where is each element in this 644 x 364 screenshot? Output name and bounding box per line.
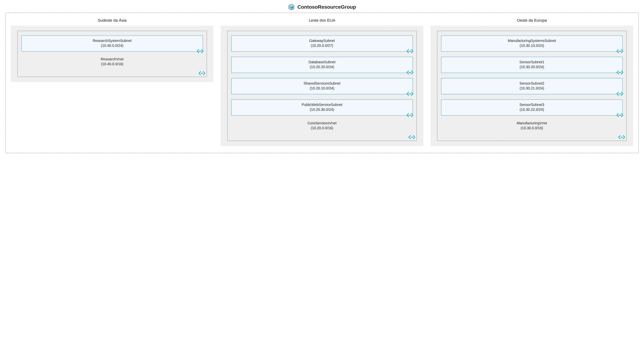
subnet-box: PublicWebServiceSubnet (10.20.30.0/24) xyxy=(231,99,413,116)
subnet-name: ManufacturingSystemsSubnet xyxy=(508,39,556,43)
subnet-icon xyxy=(616,113,624,117)
vnet-name: CoreServicesVnet xyxy=(308,121,336,125)
subnet-address: (10.20.30.0/24) xyxy=(234,107,410,112)
region-east-us: Leste dos EUA GatewaySubnet (10.20.0.0/2… xyxy=(221,17,423,146)
vnet-address: (10.30.0.0/16) xyxy=(441,126,623,130)
region-southeast-asia: Sudeste da Ásia ResearchSystemSubnet (10… xyxy=(11,17,214,82)
region-west-europe: Oeste da Europa ManufacturingSystemsSubn… xyxy=(430,17,633,146)
subnet-icon xyxy=(406,70,414,75)
subnet-address: (10.20.0.0/27) xyxy=(234,43,410,48)
subnet-icon xyxy=(616,91,624,96)
vnet-manufacturing: ManufacturingSystemsSubnet (10.30.10.0/2… xyxy=(437,31,627,141)
subnet-icon xyxy=(406,91,414,96)
region-title: Sudeste da Ásia xyxy=(11,18,214,23)
subnet-name: SensorSubnet3 xyxy=(520,103,544,107)
resource-group-icon xyxy=(288,4,295,11)
subnet-address: (10.20.20.0/24) xyxy=(234,65,410,69)
subnet-box: GatewaySubnet (10.20.0.0/27) xyxy=(231,36,413,52)
resource-group-title: ContosoResourceGroup xyxy=(297,4,356,10)
vnet-icon xyxy=(408,135,416,139)
subnet-box: SensorSubnet1 (10.30.20.0/24) xyxy=(441,57,623,73)
region-body: ManufacturingSystemsSubnet (10.30.10.0/2… xyxy=(430,26,633,146)
vnet-address: (10.40.0.0/16) xyxy=(21,62,203,67)
vnet-label: CoreServicesVnet (10.20.0.0/16) xyxy=(231,121,413,130)
vnet-icon xyxy=(618,135,625,139)
resource-group-box: Sudeste da Ásia ResearchSystemSubnet (10… xyxy=(6,13,638,153)
resource-group-header: ContosoResourceGroup xyxy=(6,4,638,11)
subnet-name: SensorSubnet1 xyxy=(520,60,544,64)
vnet-name: ResearchVnet xyxy=(101,57,124,61)
region-body: GatewaySubnet (10.20.0.0/27) DatabaseSub… xyxy=(221,26,423,146)
vnet-research: ResearchSystemSubnet (10.40.0.0/24) Rese… xyxy=(17,31,207,77)
subnet-address: (10.40.0.0/24) xyxy=(24,43,200,48)
subnet-box: ResearchSystemSubnet (10.40.0.0/24) xyxy=(21,36,203,52)
subnet-box: SharedServicesSubnet (10.20.10.0/24) xyxy=(231,78,413,94)
region-title: Leste dos EUA xyxy=(221,18,423,23)
subnet-address: (10.30.20.0/24) xyxy=(444,65,620,69)
subnet-name: PublicWebServiceSubnet xyxy=(302,103,342,107)
subnet-box: SensorSubnet3 (10.30.22.0/24) xyxy=(441,99,623,116)
region-title: Oeste da Europa xyxy=(430,18,633,23)
subnet-name: GatewaySubnet xyxy=(309,39,335,43)
subnet-name: SensorSubnet2 xyxy=(520,81,544,85)
subnet-address: (10.30.22.0/24) xyxy=(444,107,620,112)
subnet-name: ResearchSystemSubnet xyxy=(93,39,132,43)
subnet-address: (10.20.10.0/24) xyxy=(234,86,410,91)
subnet-icon xyxy=(406,113,414,117)
region-body: ResearchSystemSubnet (10.40.0.0/24) Rese… xyxy=(11,26,214,82)
vnet-coreservices: GatewaySubnet (10.20.0.0/27) DatabaseSub… xyxy=(227,31,417,141)
subnet-icon xyxy=(616,49,624,54)
subnet-icon xyxy=(406,49,414,54)
subnet-box: ManufacturingSystemsSubnet (10.30.10.0/2… xyxy=(441,36,623,52)
vnet-label: ResearchVnet (10.40.0.0/16) xyxy=(21,57,203,67)
subnet-box: SensorSubnet2 (10.30.21.0/24) xyxy=(441,78,623,94)
vnet-label: ManufacturingVnet (10.30.0.0/16) xyxy=(441,121,623,130)
subnet-name: DatabaseSubnet xyxy=(308,60,336,64)
subnet-icon xyxy=(196,49,204,54)
subnet-name: SharedServicesSubnet xyxy=(304,81,340,85)
subnet-icon xyxy=(616,70,624,75)
subnet-box: DatabaseSubnet (10.20.20.0/24) xyxy=(231,57,413,73)
subnet-address: (10.30.10.0/24) xyxy=(444,43,620,48)
vnet-icon xyxy=(198,71,206,76)
vnet-name: ManufacturingVnet xyxy=(517,121,547,125)
subnet-address: (10.30.21.0/24) xyxy=(444,86,620,91)
vnet-address: (10.20.0.0/16) xyxy=(231,126,413,130)
